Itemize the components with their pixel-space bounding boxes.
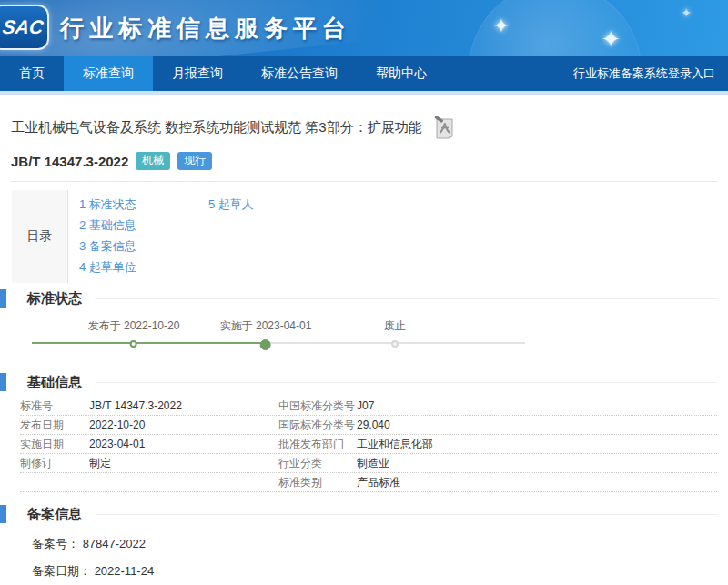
status-badge: 现行: [177, 152, 212, 170]
timeline-node-published: 发布于 2022-10-20: [88, 318, 180, 348]
standard-title-row: 工业机械电气设备及系统 数控系统功能测试规范 第3部分：扩展功能: [11, 118, 717, 143]
info-row-publish-date: 发布日期 2022-10-20: [20, 416, 278, 435]
info-row-standard-category: 标准类别 产品标准: [278, 473, 717, 492]
section-marker: [0, 373, 6, 391]
timeline-dot-published: [130, 340, 137, 348]
timeline-label: 发布于 2022-10-20: [88, 318, 180, 334]
info-row-industry-category: 行业分类 制造业: [278, 454, 717, 473]
basic-section-header: 基础信息: [0, 373, 717, 391]
toc-item-filing-info[interactable]: 3 备案信息: [79, 236, 208, 257]
basic-section-title: 基础信息: [27, 374, 82, 391]
timeline-node-abolished: 废止: [384, 318, 406, 348]
table-of-contents: 目录 1 标准状态 2 基础信息 3 备案信息 4 起草单位 5 起草人: [12, 190, 717, 283]
toc-item-basic-info[interactable]: 2 基础信息: [79, 215, 208, 236]
info-row-ics-code: 国际标准分类号 29.040: [278, 416, 717, 435]
section-header-line: [96, 298, 717, 299]
info-row-empty: [20, 473, 278, 492]
info-row-ccs-code: 中国标准分类号 J07: [278, 397, 717, 416]
basic-info-left-column: 标准号 JB/T 14347.3-2022 发布日期 2022-10-20 实施…: [20, 397, 278, 492]
status-section-header: 标准状态: [0, 289, 717, 308]
status-section-title: 标准状态: [27, 290, 82, 308]
nav-bottom-strip: [0, 91, 728, 95]
industry-badge: 机械: [136, 152, 170, 170]
info-row-standard-number: 标准号 JB/T 14347.3-2022: [20, 397, 278, 416]
timeline-dot-abolished: [391, 340, 399, 348]
nav-item-standard-search[interactable]: 标准查询: [64, 56, 153, 91]
main-nav: 首页 标准查询 月报查询 标准公告查询 帮助中心 行业标准备案系统登录入口: [0, 56, 728, 91]
sparkle-icon: ✦: [493, 15, 510, 38]
basic-info-section: 基础信息 标准号 JB/T 14347.3-2022 发布日期 2022-10-…: [11, 373, 717, 492]
filing-row-date: 备案日期： 2022-11-24: [32, 558, 717, 585]
site-title: 行业标准信息服务平台: [60, 13, 351, 45]
sparkle-icon: ✦: [601, 25, 621, 54]
toc-label: 目录: [12, 190, 68, 283]
info-row-approving-dept: 批准发布部门 工业和信息化部: [278, 435, 717, 454]
content: 工业机械电气设备及系统 数控系统功能测试规范 第3部分：扩展功能 JB/T 14…: [0, 118, 728, 585]
section-header-line: [96, 514, 717, 515]
section-marker: [0, 289, 6, 308]
filing-row-number: 备案号： 87847-2022: [32, 530, 717, 558]
info-row-revision-type: 制修订 制定: [20, 454, 278, 473]
sac-logo: SAC: [0, 5, 49, 50]
nav-item-help-center[interactable]: 帮助中心: [357, 56, 446, 91]
filing-section-title: 备案信息: [27, 506, 82, 523]
section-marker: [0, 505, 6, 523]
toc-column-1: 1 标准状态 2 基础信息 3 备案信息 4 起草单位: [79, 194, 208, 277]
nav-item-home[interactable]: 首页: [0, 56, 64, 91]
nav-item-monthly-report[interactable]: 月报查询: [153, 56, 242, 91]
basic-info-right-column: 中国标准分类号 J07 国际标准分类号 29.040 批准发布部门 工业和信息化…: [278, 397, 717, 492]
status-section: 标准状态 发布于 2022-10-20 实施于 2023-04-01 废止: [11, 289, 717, 362]
info-row-implement-date: 实施日期 2023-04-01: [20, 435, 278, 454]
timeline-dot-implemented: [260, 339, 271, 350]
status-timeline: 发布于 2022-10-20 实施于 2023-04-01 废止: [32, 318, 525, 362]
toc-item-status[interactable]: 1 标准状态: [79, 194, 208, 215]
sparkle-icon: ✦: [681, 5, 692, 20]
timeline-label: 废止: [384, 318, 406, 334]
divider: [11, 181, 717, 182]
toc-item-drafters[interactable]: 5 起草人: [208, 194, 254, 215]
timeline-label: 实施于 2023-04-01: [220, 318, 312, 334]
sac-logo-text: SAC: [0, 16, 45, 38]
timeline-node-implemented: 实施于 2023-04-01: [220, 318, 312, 350]
basic-info-grid: 标准号 JB/T 14347.3-2022 发布日期 2022-10-20 实施…: [11, 397, 717, 492]
filing-system-login-link[interactable]: 行业标准备案系统登录入口: [561, 56, 728, 91]
filing-info-section: 备案信息 备案号： 87847-2022 备案日期： 2022-11-24 备案…: [11, 505, 717, 585]
toc-columns: 1 标准状态 2 基础信息 3 备案信息 4 起草单位 5 起草人: [68, 190, 254, 283]
site-header: ✦ ✦ ✦ SAC 行业标准信息服务平台: [0, 0, 728, 56]
nav-item-announcement-search[interactable]: 标准公告查询: [242, 56, 357, 91]
standard-title: 工业机械电气设备及系统 数控系统功能测试规范 第3部分：扩展功能: [11, 118, 422, 136]
section-header-line: [96, 382, 717, 383]
standard-code: JB/T 14347.3-2022: [11, 154, 128, 169]
toc-column-2: 5 起草人: [208, 194, 254, 277]
toc-item-drafting-org[interactable]: 4 起草单位: [79, 257, 208, 277]
pdf-icon[interactable]: [433, 115, 457, 143]
standard-code-row: JB/T 14347.3-2022 机械 现行: [11, 152, 717, 170]
filing-section-header: 备案信息: [0, 505, 717, 523]
filing-rows: 备案号： 87847-2022 备案日期： 2022-11-24 备案月报： 2…: [11, 523, 717, 585]
